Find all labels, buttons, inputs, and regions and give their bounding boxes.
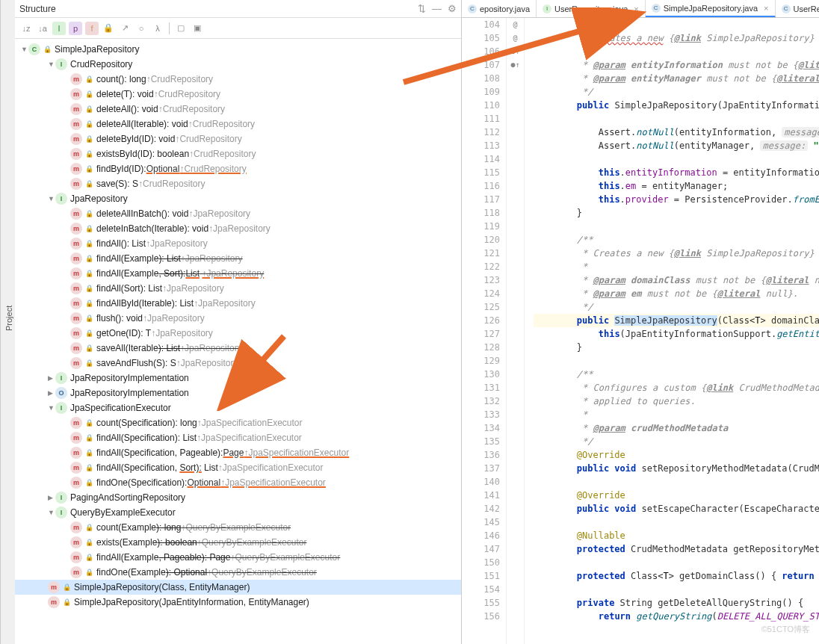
panel-title: Structure — [19, 4, 412, 14]
tree-method[interactable]: m🔒save(S): S↑CrudRepository — [15, 176, 461, 191]
watermark: ©51CTO博客 — [761, 624, 810, 635]
tree-method[interactable]: m🔒delete(T): void↑CrudRepository — [15, 87, 461, 102]
code-area[interactable]: /** * Creates a new {@link SimpleJpaRepo… — [525, 18, 819, 644]
minimize-icon[interactable]: — — [432, 3, 442, 14]
interface-filter[interactable]: I — [52, 22, 66, 35]
marker-gutter: @@●↑●↑ — [507, 18, 525, 644]
tree-constructor[interactable]: m🔒SimpleJpaRepository(Class, EntityManag… — [15, 580, 461, 595]
tree-method[interactable]: m🔒count(): long↑CrudRepository — [15, 72, 461, 87]
sort2-icon[interactable]: ↓a — [36, 22, 49, 35]
tree-method[interactable]: m🔒existsById(ID): boolean↑CrudRepository — [15, 146, 461, 161]
expand-icon[interactable]: ⇅ — [418, 3, 426, 14]
tree-method[interactable]: m🔒deleteInBatch(Iterable): void↑JpaRepos… — [15, 221, 461, 236]
close-icon[interactable]: × — [634, 4, 638, 13]
editor-tab[interactable]: Cepository.java — [462, 0, 537, 17]
property-filter[interactable]: p — [69, 22, 82, 35]
structure-tree[interactable]: ▼C🔒SimpleJpaRepository▼ICrudRepositorym🔒… — [15, 39, 461, 644]
tree-method[interactable]: m🔒deleteAll(Iterable): void↑CrudReposito… — [15, 117, 461, 131]
tree-root[interactable]: ▼C🔒SimpleJpaRepository — [15, 42, 461, 57]
tree-group[interactable]: ▶IPagingAndSortingRepository — [15, 490, 461, 505]
lock-icon[interactable]: 🔒 — [102, 22, 115, 35]
editor-tab[interactable]: CSimpleJpaRepository.java× — [646, 0, 776, 17]
tree-method[interactable]: m🔒saveAll(Iterable): List↑JpaRepository — [15, 341, 461, 356]
tree-method[interactable]: m🔒getOne(ID): T↑JpaRepository — [15, 326, 461, 341]
tree-group[interactable]: ▼IJpaSpecificationExecutor — [15, 400, 461, 415]
project-tab[interactable]: Project — [3, 303, 15, 334]
tree-method[interactable]: m🔒findAll(Example, Sort): List ↑JpaRepos… — [15, 266, 461, 281]
tree-method[interactable]: m🔒deleteAllInBatch(): void↑JpaRepository — [15, 206, 461, 221]
structure-panel: Structure ⇅ — ⚙ ↓z ↓a I p f 🔒 ↗ ○ λ ▢ ▣ … — [15, 0, 462, 644]
tree-method[interactable]: m🔒findAll(Specification): List↑JpaSpecif… — [15, 430, 461, 445]
autoscroll2-icon[interactable]: ▣ — [191, 22, 204, 35]
tree-method[interactable]: m🔒deleteById(ID): void↑CrudRepository — [15, 131, 461, 146]
tree-method[interactable]: m🔒findOne(Specification): Optional ↑JpaS… — [15, 475, 461, 490]
tree-group[interactable]: ▼ICrudRepository — [15, 57, 461, 72]
tree-group[interactable]: ▼IJpaRepository — [15, 191, 461, 206]
lambda-icon[interactable]: λ — [151, 22, 164, 35]
tree-method[interactable]: m🔒findById(ID): Optional ↑CrudRepository — [15, 161, 461, 176]
tree-method[interactable]: m🔒findAll(): List↑JpaRepository — [15, 236, 461, 251]
editor-tab[interactable]: IUserRepository.java× — [537, 0, 646, 17]
field-filter[interactable]: f — [85, 22, 99, 35]
editor-tab[interactable]: CUserRep — [776, 0, 819, 17]
tree-method[interactable]: m🔒exists(Example): boolean↑QueryByExampl… — [15, 535, 461, 550]
tree-method[interactable]: m🔒count(Specification): long↑JpaSpecific… — [15, 415, 461, 430]
autoscroll-icon[interactable]: ▢ — [174, 22, 188, 35]
close-icon[interactable]: × — [764, 4, 768, 13]
tool-window-bar[interactable]: Project Z: Structure Persistence Favorit… — [0, 0, 15, 644]
tree-method[interactable]: m🔒findAll(Specification, Pageable): Page… — [15, 445, 461, 460]
tree-method[interactable]: m🔒deleteAll(): void↑CrudRepository — [15, 102, 461, 117]
tree-method[interactable]: m🔒findAll(Example, Pageable): Page↑Query… — [15, 550, 461, 565]
structure-toolbar: ↓z ↓a I p f 🔒 ↗ ○ λ ▢ ▣ — [15, 18, 461, 39]
tree-method[interactable]: m🔒findOne(Example): Optional↑QueryByExam… — [15, 565, 461, 580]
tree-group[interactable]: ▶OJpaRepositoryImplementation — [15, 386, 461, 400]
editor-panel: Cepository.javaIUserRepository.java×CSim… — [462, 0, 819, 644]
tree-method[interactable]: m🔒findAll(Example): List↑JpaRepository — [15, 251, 461, 266]
tree-method[interactable]: m🔒saveAndFlush(S): S↑JpaRepository — [15, 356, 461, 371]
tree-group[interactable]: ▼IQueryByExampleExecutor — [15, 505, 461, 520]
tree-constructor[interactable]: m🔒SimpleJpaRepository(JpaEntityInformati… — [15, 595, 461, 610]
tree-method[interactable]: m🔒count(Example): long↑QueryByExampleExe… — [15, 520, 461, 535]
tree-method[interactable]: m🔒findAllById(Iterable): List↑JpaReposit… — [15, 296, 461, 311]
sort-icon[interactable]: ↓z — [19, 22, 33, 35]
tree-method[interactable]: m🔒findAll(Sort): List↑JpaRepository — [15, 281, 461, 296]
line-gutter: 1041051061071081091101111121131141151161… — [462, 18, 507, 644]
tree-method[interactable]: m🔒flush(): void↑JpaRepository — [15, 311, 461, 326]
editor-tabs[interactable]: Cepository.javaIUserRepository.java×CSim… — [462, 0, 819, 18]
tree-group[interactable]: ▶IJpaRepositoryImplementation — [15, 371, 461, 386]
tree-method[interactable]: m🔒findAll(Specification, Sort): List↑Jpa… — [15, 460, 461, 475]
anon-icon[interactable]: ○ — [135, 22, 148, 35]
inherited-icon[interactable]: ↗ — [118, 22, 132, 35]
gear-icon[interactable]: ⚙ — [448, 3, 457, 14]
